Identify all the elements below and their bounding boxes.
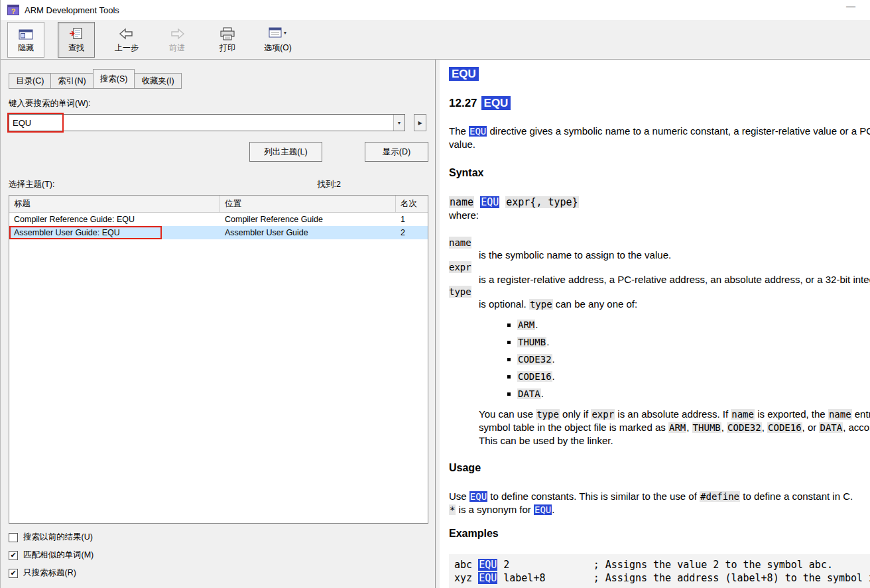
tab-favorites[interactable]: 收藏夹(I) bbox=[134, 73, 181, 89]
print-button-label: 打印 bbox=[219, 42, 235, 54]
tab-index[interactable]: 索引(N) bbox=[50, 73, 93, 89]
text-segment: . bbox=[552, 353, 555, 365]
hide-icon bbox=[19, 26, 33, 40]
intro-paragraph: The EQU directive gives a symbolic name … bbox=[449, 125, 870, 150]
svg-text:?: ? bbox=[11, 7, 16, 15]
result-rank: 2 bbox=[396, 226, 428, 239]
column-header-location[interactable]: 位置 bbox=[220, 196, 396, 212]
options-button[interactable]: ▼ 选项(O) bbox=[259, 22, 296, 58]
tab-search[interactable]: 搜索(S) bbox=[93, 69, 135, 89]
topic-document: EQU 12.27EQU The EQU directive gives a s… bbox=[440, 60, 870, 588]
text-segment: . bbox=[546, 336, 549, 347]
text-segment: only if bbox=[560, 408, 591, 420]
text-segment: , bbox=[686, 422, 692, 433]
search-highlight: EQU bbox=[481, 96, 511, 110]
list-item: CODE32. bbox=[507, 351, 870, 368]
text-segment: , bbox=[721, 422, 727, 433]
print-icon bbox=[219, 26, 235, 40]
hide-button-label: 隐藏 bbox=[18, 42, 34, 54]
text-segment bbox=[499, 196, 505, 208]
text-segment: You can use bbox=[479, 408, 536, 420]
search-label: 键入要搜索的单词(W): bbox=[9, 98, 428, 109]
result-row-selected[interactable]: Assembler User Guide: EQU Assembler User… bbox=[9, 226, 428, 239]
text-segment: 2 ; Assigns the value 2 to the symbol ab… bbox=[497, 559, 833, 571]
list-topics-button[interactable]: 列出主题(L) bbox=[249, 142, 322, 162]
list-item: THUMB. bbox=[507, 333, 870, 351]
results-table: 标题 位置 名次 Compiler Reference Guide: EQU C… bbox=[9, 195, 428, 524]
back-button[interactable]: 上一步 bbox=[108, 22, 145, 58]
chevron-down-icon: ▼ bbox=[397, 121, 402, 125]
checkbox-label: 搜索以前的结果(U) bbox=[23, 532, 93, 543]
text-segment: xyz bbox=[454, 572, 478, 584]
found-count: 找到:2 bbox=[318, 179, 341, 190]
param-expr-desc: is a register-relative address, a PC-rel… bbox=[479, 273, 870, 286]
param-name-desc: is the symbolic name to assign to the va… bbox=[479, 249, 870, 261]
search-combo-row: ▼ ▶ bbox=[9, 114, 428, 131]
column-header-title[interactable]: 标题 bbox=[9, 196, 220, 212]
result-location: Assembler User Guide bbox=[220, 226, 396, 239]
syntax-code: name EQU expr{, type} bbox=[449, 196, 870, 209]
text-segment: is exported, the bbox=[755, 408, 828, 420]
param-type-desc: is optional. type can be any one of: bbox=[479, 298, 870, 311]
text-segment: . bbox=[535, 319, 538, 330]
search-options: 搜索以前的结果(U) ✔ 匹配相似的单词(M) ✔ 只搜索标题(R) bbox=[9, 532, 428, 580]
search-highlight: EQU bbox=[449, 67, 479, 81]
checkbox-box: ✔ bbox=[9, 551, 18, 560]
display-button[interactable]: 显示(D) bbox=[365, 142, 428, 162]
usage-paragraph: Use EQU to define constants. This is sim… bbox=[449, 490, 870, 503]
tab-contents[interactable]: 目录(C) bbox=[9, 73, 51, 89]
navigation-pane: 目录(C) 索引(N) 搜索(S) 收藏夹(I) 键入要搜索的单词(W): ▼ … bbox=[1, 60, 435, 588]
minimize-button[interactable]: — bbox=[846, 1, 855, 11]
column-header-rank[interactable]: 名次 bbox=[396, 196, 428, 212]
text-segment: , bbox=[762, 422, 767, 433]
forward-button[interactable]: 前进 bbox=[158, 22, 196, 58]
list-item: ARM. bbox=[507, 316, 870, 333]
text-segment: is a synonym for bbox=[456, 504, 534, 515]
inline-code: * bbox=[449, 504, 456, 515]
checkbox-similar-words[interactable]: ✔ 匹配相似的单词(M) bbox=[9, 550, 428, 561]
toolbar: 隐藏 查找 上一步 前进 打印 bbox=[1, 20, 870, 60]
locate-button[interactable]: 查找 bbox=[58, 22, 95, 58]
hide-button[interactable]: 隐藏 bbox=[7, 22, 44, 58]
checkbox-previous-results[interactable]: 搜索以前的结果(U) bbox=[9, 532, 428, 543]
text-segment: can be any one of: bbox=[553, 298, 638, 310]
text-segment: The bbox=[449, 125, 469, 137]
search-highlight: EQU bbox=[469, 126, 487, 137]
app-window: ? ARM Development Tools — 隐藏 查找 上一步 bbox=[0, 0, 870, 588]
usage-heading: Usage bbox=[449, 461, 870, 475]
result-rank: 1 bbox=[396, 213, 428, 226]
text-segment: abc bbox=[454, 559, 478, 571]
result-location: Compiler Reference Guide bbox=[220, 213, 396, 226]
combo-dropdown-button[interactable]: ▼ bbox=[393, 115, 404, 131]
examples-code-block: abc EQU 2 ; Assigns the value 2 to the s… bbox=[449, 554, 870, 588]
pane-splitter[interactable] bbox=[435, 60, 440, 588]
chevron-right-icon: ▶ bbox=[418, 120, 422, 126]
text-segment: is an absolute address. If bbox=[615, 408, 731, 420]
type-options-list: ARM. THUMB. CODE32. CODE16. DATA. bbox=[507, 316, 870, 402]
inline-code: CODE32 bbox=[727, 422, 762, 433]
synonym-paragraph: * is a synonym for EQU. bbox=[449, 503, 870, 516]
inline-code: DATA bbox=[819, 422, 843, 433]
back-button-label: 上一步 bbox=[115, 42, 139, 54]
search-next-button[interactable]: ▶ bbox=[414, 114, 426, 131]
text-segment: to define constants. This is similar to … bbox=[487, 491, 700, 502]
text-segment bbox=[474, 196, 480, 208]
examples-heading: Examples bbox=[449, 527, 870, 540]
inline-code: type bbox=[529, 299, 553, 310]
back-arrow-icon bbox=[119, 26, 135, 40]
print-button[interactable]: 打印 bbox=[209, 22, 246, 58]
search-input[interactable] bbox=[9, 115, 393, 131]
help-icon: ? bbox=[7, 5, 19, 15]
content-pane: EQU 12.27EQU The EQU directive gives a s… bbox=[440, 60, 870, 588]
select-topic-label: 选择主题(T): bbox=[9, 179, 54, 190]
search-highlight: EQU bbox=[480, 196, 499, 208]
result-title-text: Assembler User Guide: EQU bbox=[14, 228, 120, 237]
inline-code: name bbox=[828, 409, 852, 420]
inline-code: THUMB bbox=[517, 337, 546, 347]
checkbox-box: ✔ bbox=[9, 569, 18, 578]
titlebar: ? ARM Development Tools — bbox=[1, 0, 870, 20]
checkbox-box bbox=[9, 533, 18, 542]
text-segment: label+8 ; Assigns the address (label+8) … bbox=[497, 572, 870, 584]
checkbox-titles-only[interactable]: ✔ 只搜索标题(R) bbox=[9, 567, 428, 579]
result-row[interactable]: Compiler Reference Guide: EQU Compiler R… bbox=[9, 213, 428, 226]
